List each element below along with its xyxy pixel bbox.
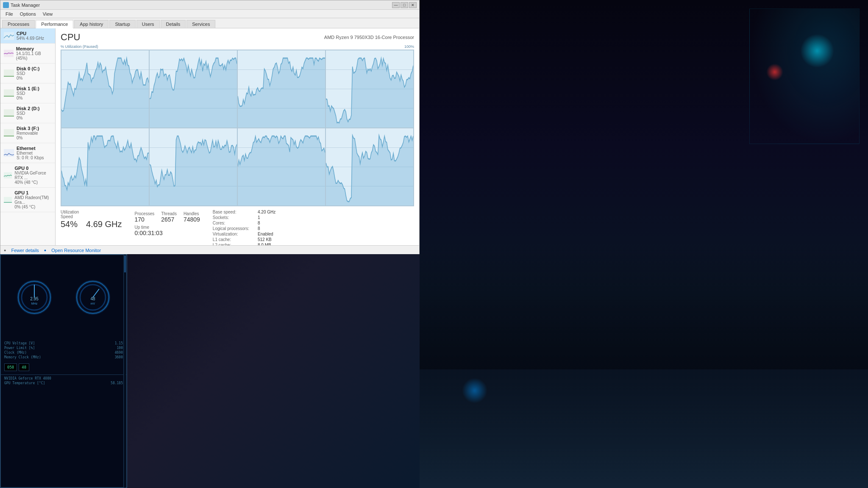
minimize-button[interactable]: — xyxy=(392,2,400,8)
tab-services[interactable]: Services xyxy=(186,20,215,28)
memory-sub: 14.1/31.1 GB (45%) xyxy=(16,51,52,61)
window-controls: — □ ✕ xyxy=(392,2,417,8)
cpu-graph-cell-5 xyxy=(149,128,237,206)
gpu1-sidebar-text: GPU 1 AMD Radeon(TM) Gra... 0% (45 °C) xyxy=(14,190,52,209)
window-title: Task Manager xyxy=(11,3,392,8)
process-stats-group: Processes 170 Threads 2657 Handles 74809 xyxy=(135,211,200,245)
memory-sidebar-text: Memory 14.1/31.1 GB (45%) xyxy=(16,46,52,61)
gpu0-sub: NVIDIA GeForce RTX ... xyxy=(14,171,52,180)
uptime-label: Up time xyxy=(135,225,200,230)
bottom-overlay: 2.95 MHz 48 mV CPU Voltage [ xyxy=(0,254,420,488)
cpu-graph-cell-0 xyxy=(61,50,149,128)
disk3-sidebar-text: Disk 3 (F:) Removable 0% xyxy=(17,126,39,140)
disk0-mini-chart xyxy=(4,69,14,77)
cores-value: 8 xyxy=(258,221,275,225)
disk1-type: SSD xyxy=(17,91,39,96)
ethernet-mini-chart xyxy=(4,149,14,157)
sidebar-item-gpu1[interactable]: GPU 1 AMD Radeon(TM) Gra... 0% (45 °C) xyxy=(0,188,55,212)
virt-label: Virtualization: xyxy=(213,232,249,236)
menu-bar: File Options View xyxy=(0,10,419,18)
disk2-type: SSD xyxy=(17,111,39,116)
hardware-monitor-widget: 2.95 MHz 48 mV CPU Voltage [ xyxy=(0,254,127,488)
cpu-sidebar-text: CPU 54% 4.69 GHz xyxy=(17,31,44,41)
sidebar-item-cpu[interactable]: CPU 54% 4.69 GHz xyxy=(0,28,55,44)
sidebar-item-disk1[interactable]: Disk 1 (E:) SSD 0% xyxy=(0,83,55,103)
disk2-name: Disk 2 (D:) xyxy=(17,106,39,111)
ethernet-sidebar-text: Ethernet Ethernet S: 0 R: 0 Kbps xyxy=(17,146,44,160)
l2-value: 8.0 MB xyxy=(258,243,275,245)
window-footer: ● Fewer details ● Open Resource Monitor xyxy=(0,245,419,255)
l1-label: L1 cache: xyxy=(213,237,249,242)
disk0-type: SSD xyxy=(17,71,39,76)
tab-users[interactable]: Users xyxy=(136,20,160,28)
tab-details[interactable]: Details xyxy=(161,20,186,28)
ethernet-speed: S: 0 R: 0 Kbps xyxy=(17,155,44,160)
background-scene xyxy=(420,0,868,488)
sidebar-item-memory[interactable]: Memory 14.1/31.1 GB (45%) xyxy=(0,44,55,64)
handles-group: Handles 74809 xyxy=(184,211,200,223)
menu-view[interactable]: View xyxy=(39,11,56,17)
sidebar-item-gpu0[interactable]: GPU 0 NVIDIA GeForce RTX ... 40% (48 °C) xyxy=(0,163,55,188)
speed-value: 4.69 GHz xyxy=(86,219,122,229)
processes-value: 170 xyxy=(135,216,155,223)
svg-text:48: 48 xyxy=(90,297,95,301)
graph-max-label: 100% xyxy=(404,44,414,49)
disk0-sidebar-text: Disk 0 (C:) SSD 0% xyxy=(17,66,39,80)
main-content: CPU 54% 4.69 GHz Memory 14.1/31.1 GB (45… xyxy=(0,28,419,245)
cpu-processor-name: AMD Ryzen 9 7950X3D 16-Core Processor xyxy=(324,35,414,40)
close-button[interactable]: ✕ xyxy=(409,2,417,8)
sidebar-item-disk3[interactable]: Disk 3 (F:) Removable 0% xyxy=(0,123,55,143)
disk1-mini-chart xyxy=(4,89,14,97)
l1-value: 512 KB xyxy=(258,237,275,242)
gpu0-name: GPU 0 xyxy=(14,166,52,171)
app-icon xyxy=(3,2,9,8)
disk1-sidebar-text: Disk 1 (E:) SSD 0% xyxy=(17,86,39,100)
disk2-sidebar-text: Disk 2 (D:) SSD 0% xyxy=(17,106,39,120)
maximize-button[interactable]: □ xyxy=(401,2,408,8)
hw-value-4: 3600 xyxy=(115,355,123,359)
hw-scrollbar[interactable] xyxy=(123,255,126,488)
open-resource-link[interactable]: Open Resource Monitor xyxy=(51,248,101,253)
hw-label-2: Power Limit [%] xyxy=(4,346,35,350)
disk3-pct: 0% xyxy=(17,136,39,140)
sidebar-item-ethernet[interactable]: Ethernet Ethernet S: 0 R: 0 Kbps xyxy=(0,143,55,163)
hw-gpu-label: NVIDIA Geforce RTX 4080 xyxy=(4,377,123,380)
gpu1-sub: AMD Radeon(TM) Gra... xyxy=(14,195,52,205)
stats-section: Utilization Speed 54% 4.69 GHz Processes… xyxy=(61,210,414,245)
stats-detail: Base speed: 4.20 GHz Sockets: 1 Cores: 8… xyxy=(213,210,275,245)
cpu-graph-cell-2 xyxy=(237,50,326,128)
menu-file[interactable]: File xyxy=(2,11,17,17)
sidebar-item-disk0[interactable]: Disk 0 (C:) SSD 0% xyxy=(0,64,55,83)
title-bar: Task Manager — □ ✕ xyxy=(0,0,419,10)
cpu-graph-cell-3 xyxy=(326,50,414,128)
performance-panel: CPU AMD Ryzen 9 7950X3D 16-Core Processo… xyxy=(56,28,419,245)
fewer-details-link[interactable]: Fewer details xyxy=(11,248,39,253)
digital-display-2: 48 xyxy=(19,363,29,371)
disk0-pct: 0% xyxy=(17,76,39,80)
disk1-pct: 0% xyxy=(17,96,39,100)
sockets-label: Sockets: xyxy=(213,215,249,220)
footer-circle-icon: ● xyxy=(4,248,6,252)
disk3-type: Removable xyxy=(17,131,39,136)
tab-processes[interactable]: Processes xyxy=(2,20,35,28)
memory-mini-chart xyxy=(4,50,14,57)
l2-label: L2 cache: xyxy=(213,243,249,245)
tab-performance[interactable]: Performance xyxy=(36,20,73,28)
tab-startup[interactable]: Startup xyxy=(109,20,135,28)
sidebar: CPU 54% 4.69 GHz Memory 14.1/31.1 GB (45… xyxy=(0,28,56,245)
cpu-sub: 54% 4.69 GHz xyxy=(17,36,44,41)
sidebar-item-disk2[interactable]: Disk 2 (D:) SSD 0% xyxy=(0,103,55,123)
disk2-pct: 0% xyxy=(17,116,39,120)
processes-group: Processes 170 xyxy=(135,211,155,223)
ethernet-sub: Ethernet xyxy=(17,151,44,155)
hw-scrollbar-thumb[interactable] xyxy=(124,255,126,272)
logical-label: Logical processors: xyxy=(213,226,249,231)
gpu0-sidebar-text: GPU 0 NVIDIA GeForce RTX ... 40% (48 °C) xyxy=(14,166,52,185)
base-speed-label: Base speed: xyxy=(213,210,249,214)
cpu-graph-cell-1 xyxy=(149,50,237,128)
menu-options[interactable]: Options xyxy=(17,11,39,17)
hw-label-3: Clock (MHz) xyxy=(4,351,27,355)
gpu1-pct: 0% (45 °C) xyxy=(14,205,52,209)
threads-label: Threads xyxy=(161,211,177,216)
tab-apphistory[interactable]: App history xyxy=(74,20,108,28)
